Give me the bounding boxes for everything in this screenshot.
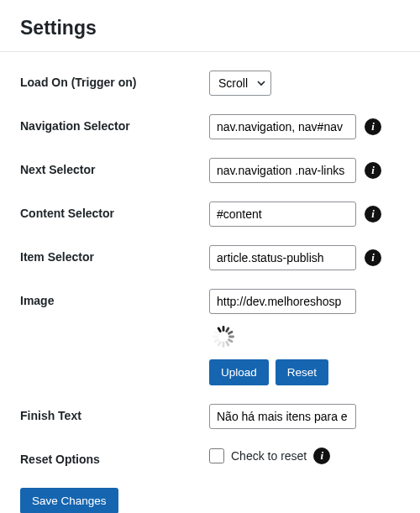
nav-selector-input[interactable] <box>209 114 356 139</box>
svg-rect-11 <box>217 327 222 332</box>
svg-rect-1 <box>225 327 230 332</box>
svg-rect-3 <box>228 336 234 338</box>
label-next-selector: Next Selector <box>20 158 209 176</box>
info-icon[interactable]: i <box>313 448 330 464</box>
row-load-on: Load On (Trigger on) Scroll <box>20 71 400 96</box>
row-finish-text: Finish Text <box>20 404 400 429</box>
reset-checkbox[interactable] <box>209 448 224 463</box>
row-content-selector: Content Selector i <box>20 202 400 227</box>
row-nav-selector: Navigation Selector i <box>20 114 400 139</box>
label-finish-text: Finish Text <box>20 404 209 422</box>
svg-rect-5 <box>225 340 230 346</box>
finish-text-input[interactable] <box>209 404 356 429</box>
page-title: Settings <box>20 17 400 39</box>
svg-rect-0 <box>223 326 225 332</box>
row-image: Image U <box>20 289 400 385</box>
info-icon[interactable]: i <box>365 206 381 222</box>
label-item-selector: Item Selector <box>20 245 209 264</box>
row-item-selector: Item Selector i <box>20 245 400 270</box>
divider <box>0 51 420 52</box>
label-content-selector: Content Selector <box>20 202 209 220</box>
svg-rect-8 <box>213 338 219 343</box>
info-icon[interactable]: i <box>365 118 381 135</box>
label-nav-selector: Navigation Selector <box>20 114 209 133</box>
checkbox-label: Check to reset <box>231 449 307 463</box>
svg-rect-9 <box>213 336 218 338</box>
upload-button[interactable]: Upload <box>209 359 269 385</box>
svg-rect-7 <box>217 340 222 346</box>
item-selector-input[interactable] <box>209 245 356 270</box>
info-icon[interactable]: i <box>365 249 381 266</box>
svg-rect-10 <box>213 330 219 335</box>
content-selector-input[interactable] <box>209 202 356 227</box>
svg-rect-4 <box>227 338 233 343</box>
info-icon[interactable]: i <box>365 162 381 179</box>
next-selector-input[interactable] <box>209 158 356 183</box>
svg-rect-2 <box>227 330 233 335</box>
label-reset-options: Reset Options <box>20 448 209 466</box>
save-changes-button[interactable]: Save Changes <box>20 488 118 513</box>
image-input[interactable] <box>209 289 356 314</box>
reset-button[interactable]: Reset <box>276 359 328 385</box>
load-on-select[interactable]: Scroll <box>209 71 271 96</box>
row-next-selector: Next Selector i <box>20 158 400 183</box>
row-reset-options: Reset Options Check to reset i <box>20 448 400 466</box>
label-load-on: Load On (Trigger on) <box>20 71 209 89</box>
label-image: Image <box>20 289 209 307</box>
spinner-icon <box>211 324 236 349</box>
svg-rect-6 <box>223 342 225 348</box>
